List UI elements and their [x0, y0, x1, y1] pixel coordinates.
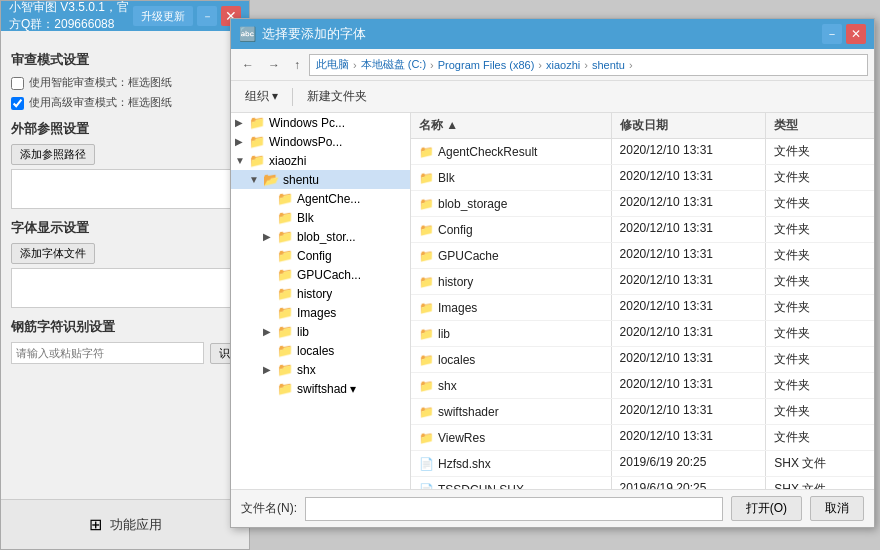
breadcrumb-pc[interactable]: 此电脑 [316, 57, 349, 72]
breadcrumb-shentu[interactable]: shentu [592, 59, 625, 71]
file-icon: 📁 [419, 353, 434, 367]
tree-item[interactable]: ▶ 📁 WindowsPo... [231, 132, 410, 151]
file-name: Blk [438, 171, 455, 185]
file-type: 文件夹 [766, 243, 874, 268]
add-font-btn[interactable]: 添加字体文件 [11, 243, 95, 264]
file-row[interactable]: 📁 history 2020/12/10 13:31 文件夹 [411, 269, 874, 295]
file-row[interactable]: 📁 Images 2020/12/10 13:31 文件夹 [411, 295, 874, 321]
app-title: 小智审图 V3.5.0.1，官方Q群：209666088 [9, 0, 133, 33]
dialog-minimize-btn[interactable]: － [822, 24, 842, 44]
nav-forward-btn[interactable]: → [263, 55, 285, 75]
tree-item[interactable]: 📁 Blk [231, 208, 410, 227]
file-row[interactable]: 📁 lib 2020/12/10 13:31 文件夹 [411, 321, 874, 347]
tree-item[interactable]: 📁 AgentChe... [231, 189, 410, 208]
review-mode-title: 审查模式设置 [11, 51, 239, 69]
open-button[interactable]: 打开(O) [731, 496, 802, 521]
file-type: 文件夹 [766, 139, 874, 164]
col-type-header: 类型 [766, 113, 874, 138]
file-row[interactable]: 📁 ViewRes 2020/12/10 13:31 文件夹 [411, 425, 874, 451]
titlebar-buttons: 升级更新 － ✕ [133, 6, 241, 26]
organize-btn[interactable]: 组织 ▾ [239, 85, 284, 108]
file-icon: 📁 [419, 431, 434, 445]
file-icon: 📁 [419, 249, 434, 263]
external-ref-title: 外部参照设置 [11, 120, 239, 138]
add-ref-btn[interactable]: 添加参照路径 [11, 144, 95, 165]
tree-item-shentu[interactable]: ▼ 📂 shentu [231, 170, 410, 189]
file-row[interactable]: 📁 swiftshader 2020/12/10 13:31 文件夹 [411, 399, 874, 425]
file-type: 文件夹 [766, 321, 874, 346]
check2-checkbox[interactable] [11, 97, 24, 110]
new-folder-btn[interactable]: 新建文件夹 [301, 85, 373, 108]
file-row[interactable]: 📁 shx 2020/12/10 13:31 文件夹 [411, 373, 874, 399]
tree-label: Windows Pc... [269, 116, 345, 130]
font-display-row: 添加字体文件 [11, 243, 239, 264]
tree-item[interactable]: 📁 Images [231, 303, 410, 322]
tree-item[interactable]: 📁 swiftshad ▾ [231, 379, 410, 398]
file-icon: 📁 [419, 275, 434, 289]
file-icon: 📁 [419, 405, 434, 419]
folder-icon: 📁 [249, 134, 265, 149]
file-type: 文件夹 [766, 295, 874, 320]
dialog-icon: 🔤 [239, 26, 256, 42]
function-label: 功能应用 [110, 516, 162, 534]
file-rows-container: 📁 AgentCheckResult 2020/12/10 13:31 文件夹 … [411, 139, 874, 489]
rebar-input[interactable] [11, 342, 204, 364]
nav-up-btn[interactable]: ↑ [289, 55, 305, 75]
file-row[interactable]: 📁 GPUCache 2020/12/10 13:31 文件夹 [411, 243, 874, 269]
filename-label: 文件名(N): [241, 500, 297, 517]
file-date: 2020/12/10 13:31 [612, 373, 767, 398]
file-row[interactable]: 📁 blob_storage 2020/12/10 13:31 文件夹 [411, 191, 874, 217]
font-display-title: 字体显示设置 [11, 219, 239, 237]
file-name: blob_storage [438, 197, 507, 211]
folder-icon: 📁 [277, 343, 293, 358]
breadcrumb-xiaozhi[interactable]: xiaozhi [546, 59, 580, 71]
file-date: 2020/12/10 13:31 [612, 399, 767, 424]
file-row[interactable]: 📁 Blk 2020/12/10 13:31 文件夹 [411, 165, 874, 191]
file-row[interactable]: 📄 Hzfsd.shx 2019/6/19 20:25 SHX 文件 [411, 451, 874, 477]
file-list: 名称 ▲ 修改日期 类型 📁 AgentCheckResult 2020/12/… [411, 113, 874, 489]
file-row[interactable]: 📄 TSSDCHN.SHX 2019/6/19 20:25 SHX 文件 [411, 477, 874, 489]
tree-item[interactable]: ▶ 📁 Windows Pc... [231, 113, 410, 132]
tree-item[interactable]: 📁 locales [231, 341, 410, 360]
file-name: Images [438, 301, 477, 315]
minimize-button[interactable]: － [197, 6, 217, 26]
file-row[interactable]: 📁 Config 2020/12/10 13:31 文件夹 [411, 217, 874, 243]
file-name: locales [438, 353, 475, 367]
file-icon: 📁 [419, 145, 434, 159]
nav-back-btn[interactable]: ← [237, 55, 259, 75]
tree-item[interactable]: ▶ 📁 lib [231, 322, 410, 341]
cancel-button[interactable]: 取消 [810, 496, 864, 521]
tree-label: GPUCach... [297, 268, 361, 282]
breadcrumb-drive[interactable]: 本地磁盘 (C:) [361, 57, 426, 72]
filename-input[interactable] [305, 497, 723, 521]
file-date: 2020/12/10 13:31 [612, 347, 767, 372]
tree-item-history[interactable]: 📁 history [231, 284, 410, 303]
file-tree: ▶ 📁 Windows Pc... ▶ 📁 WindowsPo... ▼ 📁 x… [231, 113, 411, 489]
file-type: 文件夹 [766, 269, 874, 294]
dialog-title-left: 🔤 选择要添加的字体 [239, 25, 366, 43]
folder-icon: 📁 [277, 191, 293, 206]
file-row[interactable]: 📁 locales 2020/12/10 13:31 文件夹 [411, 347, 874, 373]
check1-label: 使用智能审查模式：框选图纸 [29, 75, 172, 90]
file-date: 2020/12/10 13:31 [612, 295, 767, 320]
folder-icon: 📁 [277, 381, 293, 396]
tree-item[interactable]: ▼ 📁 xiaozhi [231, 151, 410, 170]
folder-icon: 📂 [263, 172, 279, 187]
expand-icon: ▶ [263, 231, 277, 242]
dialog-close-btn[interactable]: ✕ [846, 24, 866, 44]
tree-item[interactable]: 📁 Config [231, 246, 410, 265]
tree-item[interactable]: ▶ 📁 shx [231, 360, 410, 379]
breadcrumb-programfiles[interactable]: Program Files (x86) [438, 59, 535, 71]
tree-label: shentu [283, 173, 319, 187]
check1-checkbox[interactable] [11, 77, 24, 90]
dialog-toolbar: 组织 ▾ 新建文件夹 [231, 81, 874, 113]
file-date: 2020/12/10 13:31 [612, 139, 767, 164]
file-name: history [438, 275, 473, 289]
expand-icon: ▶ [235, 117, 249, 128]
organize-label: 组织 [245, 89, 269, 103]
tree-item[interactable]: 📁 GPUCach... [231, 265, 410, 284]
check2-row: 使用高级审查模式：框选图纸 [11, 95, 239, 110]
tree-item[interactable]: ▶ 📁 blob_stor... [231, 227, 410, 246]
file-row[interactable]: 📁 AgentCheckResult 2020/12/10 13:31 文件夹 [411, 139, 874, 165]
upgrade-button[interactable]: 升级更新 [133, 6, 193, 26]
